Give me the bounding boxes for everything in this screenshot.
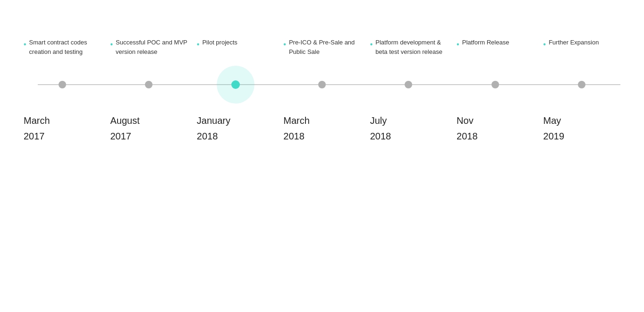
bullet-m6: • [457,39,459,50]
timeline-row [19,56,625,113]
node-container-m1 [19,80,105,89]
date-month-m4: March [283,115,360,126]
date-item-m7: May2019 [539,115,625,142]
date-year-m2: 2017 [110,131,187,142]
label-item-m3: •Pilot projects [192,38,279,56]
date-item-m3: January2018 [192,115,279,142]
timeline-nodes [19,80,625,89]
node-container-m3 [192,80,279,89]
labels-row: •Smart contract codes creation and testi… [19,38,625,56]
node-container-m2 [105,80,192,89]
date-item-m2: August2017 [105,115,192,142]
roadmap-container: •Smart contract codes creation and testi… [19,38,625,142]
label-item-m2: •Successful POC and MVP version release [105,38,192,56]
bullet-m5: • [370,39,373,50]
date-year-m3: 2018 [197,131,274,142]
date-month-m3: January [197,115,274,126]
date-month-m6: Nov [457,115,534,126]
bullet-m3: • [197,39,200,50]
date-item-m1: March2017 [19,115,105,142]
label-item-m6: •Platform Release [452,38,538,56]
bullet-m2: • [110,39,113,50]
page: •Smart contract codes creation and testi… [0,0,644,312]
bullet-m4: • [283,39,286,50]
dates-row: March2017August2017January2018March2018J… [19,115,625,142]
node-container-m4 [279,80,365,89]
label-text-m5: Platform development & beta test version… [375,38,447,56]
timeline-node-m3 [231,80,240,89]
label-text-m7: Further Expansion [549,38,599,47]
timeline-node-m2 [145,81,153,88]
date-month-m1: March [24,115,101,126]
timeline-node-m5 [405,81,412,88]
node-container-m5 [365,80,452,89]
timeline-node-m1 [59,81,66,88]
date-month-m2: August [110,115,187,126]
bullet-m1: • [24,39,26,50]
timeline-node-m6 [491,81,499,88]
date-year-m5: 2018 [370,131,447,142]
label-text-m2: Successful POC and MVP version release [116,38,187,56]
date-item-m4: March2018 [279,115,365,142]
label-item-m1: •Smart contract codes creation and testi… [19,38,105,56]
date-year-m1: 2017 [24,131,101,142]
date-year-m7: 2019 [543,131,620,142]
date-year-m4: 2018 [283,131,360,142]
date-item-m6: Nov2018 [452,115,538,142]
label-item-m7: •Further Expansion [539,38,625,56]
timeline-node-m7 [578,81,585,88]
date-item-m5: July2018 [365,115,452,142]
timeline-node-m4 [318,81,326,88]
node-container-m6 [452,80,538,89]
date-month-m5: July [370,115,447,126]
label-text-m4: Pre-ICO & Pre-Sale and Public Sale [289,38,361,56]
label-item-m4: •Pre-ICO & Pre-Sale and Public Sale [279,38,365,56]
label-item-m5: •Platform development & beta test versio… [365,38,452,56]
label-text-m1: Smart contract codes creation and testin… [29,38,101,56]
label-text-m6: Platform Release [462,38,509,47]
date-month-m7: May [543,115,620,126]
label-text-m3: Pilot projects [202,38,237,47]
date-year-m6: 2018 [457,131,534,142]
node-container-m7 [539,80,625,89]
bullet-m7: • [543,39,546,50]
